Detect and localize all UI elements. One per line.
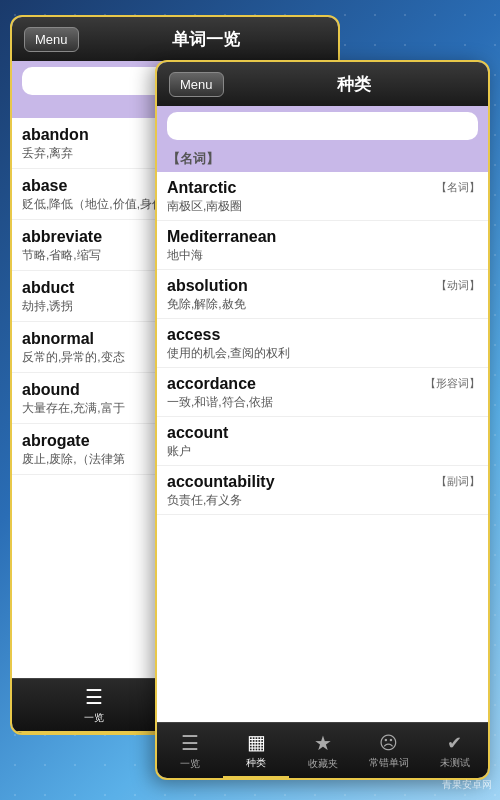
word-zh: 地中海	[167, 247, 478, 264]
front-tab-mistakes[interactable]: ☹ 常错单词	[356, 723, 422, 778]
front-word-list[interactable]: Antarctic南极区,南极圈【名词】Mediterranean地中海abso…	[157, 172, 488, 722]
word-zh: 负责任,有义务	[167, 492, 478, 509]
front-grid-icon: ▦	[247, 730, 266, 754]
list-item[interactable]: accordance一致,和谐,符合,依据【形容词】	[157, 368, 488, 417]
word-zh: 一致,和谐,符合,依据	[167, 394, 478, 411]
front-tab-favorites-label: 收藏夹	[308, 757, 338, 771]
front-menu-button[interactable]: Menu	[169, 72, 224, 97]
front-tab-mistakes-label: 常错单词	[369, 756, 409, 770]
word-tag: 【名词】	[436, 180, 480, 195]
star-icon: ★	[314, 731, 332, 755]
word-tag: 【形容词】	[425, 376, 480, 391]
word-tag: 【动词】	[436, 278, 480, 293]
word-en: Antarctic	[167, 179, 478, 197]
word-en: account	[167, 424, 478, 442]
list-icon: ☰	[85, 685, 103, 709]
front-panel-title: 种类	[232, 73, 476, 96]
word-zh: 免除,解除,赦免	[167, 296, 478, 313]
word-en: Mediterranean	[167, 228, 478, 246]
front-search-input[interactable]	[167, 112, 478, 140]
branding: 青果安卓网	[442, 778, 492, 792]
front-tab-untested[interactable]: ✔ 未测试	[422, 723, 488, 778]
front-panel-header: Menu 种类	[157, 62, 488, 106]
list-item[interactable]: account账户	[157, 417, 488, 466]
word-en: access	[167, 326, 478, 344]
list-item[interactable]: access使用的机会,查阅的权利	[157, 319, 488, 368]
back-menu-button[interactable]: Menu	[24, 27, 79, 52]
back-panel-header: Menu 单词一览	[12, 17, 338, 61]
word-zh: 使用的机会,查阅的权利	[167, 345, 478, 362]
word-zh: 账户	[167, 443, 478, 460]
front-tab-favorites[interactable]: ★ 收藏夹	[289, 723, 355, 778]
front-list-icon: ☰	[181, 731, 199, 755]
word-tag: 【副词】	[436, 474, 480, 489]
word-en: accountability	[167, 473, 478, 491]
check-icon: ✔	[447, 732, 462, 754]
word-en: absolution	[167, 277, 478, 295]
front-search-bar: 🔍	[157, 106, 488, 146]
front-tab-untested-label: 未测试	[440, 756, 470, 770]
list-item[interactable]: Mediterranean地中海	[157, 221, 488, 270]
front-tab-category[interactable]: ▦ 种类	[223, 723, 289, 778]
front-search-wrapper: 🔍	[167, 112, 478, 140]
front-tab-category-label: 种类	[246, 756, 266, 770]
front-tab-list[interactable]: ☰ 一览	[157, 723, 223, 778]
back-tab-list[interactable]: ☰ 一览	[12, 679, 175, 733]
category-header: 【名词】	[157, 146, 488, 172]
list-item[interactable]: accountability负责任,有义务【副词】	[157, 466, 488, 515]
back-tab-list-label: 一览	[84, 711, 104, 725]
front-panel: Menu 种类 🔍 【名词】 Antarctic南极区,南极圈【名词】Medit…	[155, 60, 490, 780]
face-icon: ☹	[379, 732, 398, 754]
list-item[interactable]: absolution免除,解除,赦免【动词】	[157, 270, 488, 319]
category-label: 【名词】	[167, 151, 219, 166]
back-panel-title: 单词一览	[87, 28, 326, 51]
front-bottom-tabs: ☰ 一览 ▦ 种类 ★ 收藏夹 ☹ 常错单词 ✔ 未测试	[157, 722, 488, 778]
list-item[interactable]: Antarctic南极区,南极圈【名词】	[157, 172, 488, 221]
front-tab-list-label: 一览	[180, 757, 200, 771]
word-zh: 南极区,南极圈	[167, 198, 478, 215]
